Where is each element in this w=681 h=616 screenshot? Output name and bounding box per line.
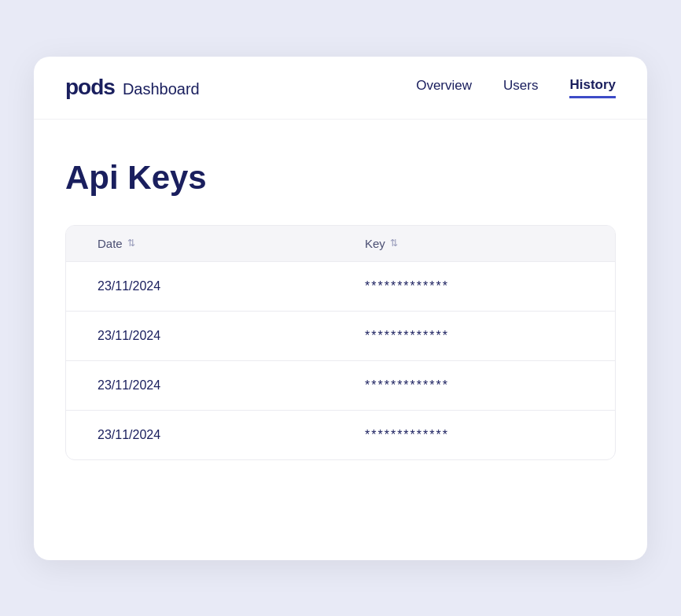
page-title: Api Keys	[65, 159, 616, 197]
cell-date-0: 23/11/2024	[98, 279, 365, 293]
logo: pods Dashboard	[65, 75, 200, 100]
col-date-label: Date	[98, 237, 123, 250]
key-sort-icon[interactable]	[390, 238, 398, 249]
navbar: pods Dashboard Overview Users History	[34, 57, 647, 120]
main-content: Api Keys Date Key 23/11/2024 ***********…	[34, 120, 647, 492]
table-row: 23/11/2024 *************	[66, 361, 615, 411]
col-header-date: Date	[98, 237, 365, 250]
cell-key-2: *************	[365, 378, 583, 393]
table-row: 23/11/2024 *************	[66, 411, 615, 459]
date-sort-icon[interactable]	[127, 238, 135, 249]
cell-key-0: *************	[365, 279, 583, 293]
nav-links: Overview Users History	[416, 77, 616, 98]
nav-users[interactable]: Users	[503, 78, 538, 97]
col-key-label: Key	[365, 237, 385, 250]
nav-history[interactable]: History	[569, 77, 616, 98]
nav-overview[interactable]: Overview	[416, 78, 472, 97]
col-header-key: Key	[365, 237, 583, 250]
cell-date-1: 23/11/2024	[98, 329, 365, 343]
cell-key-1: *************	[365, 329, 583, 343]
logo-pods: pods	[65, 75, 115, 100]
cell-date-2: 23/11/2024	[98, 378, 365, 393]
app-card: pods Dashboard Overview Users History Ap…	[34, 57, 647, 560]
table-row: 23/11/2024 *************	[66, 312, 615, 361]
table-row: 23/11/2024 *************	[66, 262, 615, 312]
logo-dashboard: Dashboard	[123, 80, 200, 98]
table-header: Date Key	[66, 226, 615, 262]
cell-date-3: 23/11/2024	[98, 428, 365, 442]
api-keys-table: Date Key 23/11/2024 ************* 23/11/…	[65, 225, 616, 460]
cell-key-3: *************	[365, 428, 583, 442]
